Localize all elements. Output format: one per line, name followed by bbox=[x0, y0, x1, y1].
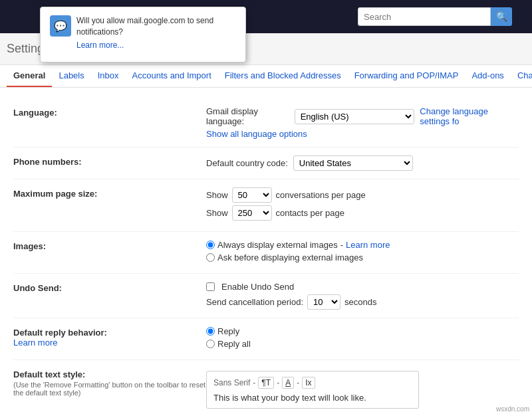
popup-header: 💬 Will you allow mail.google.com to send… bbox=[50, 15, 236, 50]
chat-icon: 💬 bbox=[50, 15, 71, 37]
text-style-row: Default text style: (Use the 'Remove For… bbox=[13, 360, 519, 414]
images-value: Always display external images - Learn m… bbox=[206, 240, 519, 265]
contacts-row: Show 250 contacts per page bbox=[206, 205, 519, 221]
text-style-value: Sans Serif - ¶T - A - Ix This is what yo… bbox=[206, 368, 519, 409]
reply-behavior-learn-more-link[interactable]: Learn more bbox=[13, 338, 57, 348]
enable-undo-send-label: Enable Undo Send bbox=[221, 282, 294, 292]
language-label: Language: bbox=[13, 106, 206, 118]
display-language-select[interactable]: English (US) bbox=[295, 109, 415, 124]
text-style-label: Default text style: (Use the 'Remove For… bbox=[13, 368, 206, 397]
language-value: Gmail display language: English (US) Cha… bbox=[206, 106, 519, 139]
country-code-label: Default country code: bbox=[206, 158, 288, 168]
contacts-per-page-select[interactable]: 250 bbox=[232, 205, 272, 221]
text-preview: This is what your body text will look li… bbox=[213, 393, 412, 403]
phone-value: Default country code: United States bbox=[206, 155, 519, 171]
ask-before-display-label: Ask before displaying external images bbox=[217, 253, 363, 262]
conversations-label: conversations per page bbox=[276, 190, 366, 200]
font-size-button[interactable]: ¶T bbox=[258, 377, 274, 389]
enable-undo-send-checkbox[interactable] bbox=[206, 282, 215, 291]
tab-general[interactable]: General bbox=[7, 65, 52, 87]
reply-all-label: Reply all bbox=[217, 339, 251, 349]
clear-format-button[interactable]: Ix bbox=[302, 377, 315, 389]
phone-label: Phone numbers: bbox=[13, 155, 206, 167]
font-name: Sans Serif bbox=[213, 378, 250, 387]
tab-labels[interactable]: Labels bbox=[52, 65, 90, 87]
undo-send-value: Enable Undo Send Send cancellation perio… bbox=[206, 282, 519, 310]
display-language-label: Gmail display language: bbox=[206, 106, 289, 126]
country-code-select[interactable]: United States bbox=[293, 155, 413, 171]
popup-learn-more-link[interactable]: Learn more... bbox=[76, 41, 236, 50]
tab-add-ons[interactable]: Add-ons bbox=[465, 65, 510, 87]
images-learn-more-link[interactable]: Learn more bbox=[346, 240, 390, 250]
text-style-box: Sans Serif - ¶T - A - Ix This is what yo… bbox=[206, 371, 419, 409]
reply-radio-row: Reply bbox=[206, 326, 519, 336]
font-color-icon: A bbox=[285, 378, 291, 387]
always-display-radio[interactable] bbox=[206, 241, 215, 249]
reply-radio[interactable] bbox=[206, 327, 215, 336]
images-row: Images: Always display external images -… bbox=[13, 232, 519, 274]
page-size-row: Maximum page size: Show 50 conversations… bbox=[13, 179, 519, 232]
notification-popup: 💬 Will you allow mail.google.com to send… bbox=[40, 7, 246, 62]
search-input[interactable] bbox=[358, 7, 491, 26]
ask-before-display-radio[interactable] bbox=[206, 253, 215, 262]
send-cancellation-label: Send cancellation period: bbox=[206, 297, 303, 307]
contacts-label: contacts per page bbox=[276, 208, 344, 218]
always-display-label: Always display external images bbox=[217, 240, 338, 250]
seconds-label: seconds bbox=[344, 297, 376, 307]
phone-numbers-row: Phone numbers: Default country code: Uni… bbox=[13, 148, 519, 179]
reply-label: Reply bbox=[217, 326, 239, 336]
reply-all-radio-row: Reply all bbox=[206, 339, 519, 349]
show-all-language-link[interactable]: Show all language options bbox=[206, 129, 307, 139]
images-label: Images: bbox=[13, 240, 206, 251]
show-label-1: Show bbox=[206, 190, 228, 200]
tab-chat[interactable]: Chat bbox=[511, 65, 532, 87]
show-label-2: Show bbox=[206, 208, 228, 218]
tab-inbox[interactable]: Inbox bbox=[91, 65, 126, 87]
text-style-sublabel: (Use the 'Remove Formatting' button on t… bbox=[13, 381, 206, 397]
tab-forwarding-pop[interactable]: Forwarding and POP/IMAP bbox=[348, 65, 466, 87]
undo-send-row: Undo Send: Enable Undo Send Send cancell… bbox=[13, 274, 519, 318]
reply-behavior-row: Default reply behavior: Learn more Reply… bbox=[13, 318, 519, 360]
nav-tabs: General Labels Inbox Accounts and Import… bbox=[0, 65, 532, 88]
reply-all-radio[interactable] bbox=[206, 340, 215, 348]
popup-message: Will you allow mail.google.com to send n… bbox=[76, 15, 236, 38]
conversations-per-page-select[interactable]: 50 bbox=[232, 187, 272, 203]
watermark: wsxdn.com bbox=[496, 405, 529, 413]
send-cancellation-select[interactable]: 10 bbox=[307, 294, 340, 310]
language-row: Language: Gmail display language: Englis… bbox=[13, 98, 519, 148]
tab-accounts-import[interactable]: Accounts and Import bbox=[126, 65, 218, 87]
change-language-link[interactable]: Change language settings fo bbox=[420, 106, 519, 126]
undo-send-label: Undo Send: bbox=[13, 282, 206, 293]
page-size-label: Maximum page size: bbox=[13, 187, 206, 199]
search-bar: 🔍 bbox=[358, 7, 512, 26]
font-color-button[interactable]: A bbox=[282, 377, 294, 389]
always-display-row: Always display external images - Learn m… bbox=[206, 240, 519, 250]
reply-behavior-label: Default reply behavior: Learn more bbox=[13, 326, 206, 348]
text-style-toolbar: Sans Serif - ¶T - A - Ix bbox=[213, 377, 412, 389]
page-size-value: Show 50 conversations per page Show 250 … bbox=[206, 187, 519, 223]
top-bar: 💬 Will you allow mail.google.com to send… bbox=[0, 0, 532, 33]
ask-before-display-row: Ask before displaying external images bbox=[206, 253, 519, 262]
search-button[interactable]: 🔍 bbox=[491, 7, 512, 26]
main-content: Language: Gmail display language: Englis… bbox=[0, 88, 532, 414]
conversations-row: Show 50 conversations per page bbox=[206, 187, 519, 203]
tab-filters-blocked[interactable]: Filters and Blocked Addresses bbox=[218, 65, 348, 87]
reply-behavior-value: Reply Reply all bbox=[206, 326, 519, 352]
